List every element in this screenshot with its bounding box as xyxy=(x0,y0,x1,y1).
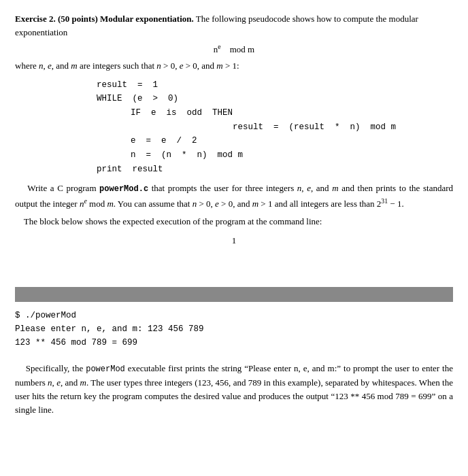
number-one-display: 1 xyxy=(15,235,453,246)
paragraph-1: Write a C program powerMod.c that prompt… xyxy=(15,182,453,211)
pseudo-line-6: n = (n * n) mod m xyxy=(110,148,453,163)
terminal-line-2: Please enter n, e, and m: 123 456 789 xyxy=(15,322,453,336)
terminal-line-3: 123 ** 456 mod 789 = 699 xyxy=(15,336,453,350)
exercise-title: Modular exponentiation. xyxy=(100,14,194,24)
exercise-header: Exercise 2. (50 points) Modular exponent… xyxy=(15,12,453,39)
dark-separator-bar xyxy=(15,287,453,302)
terminal-line-1: $ ./powerMod xyxy=(15,309,453,322)
pseudo-line-3: IF e is odd THEN xyxy=(110,106,453,120)
pseudo-line-5: e = e / 2 xyxy=(110,134,453,148)
terminal-section: $ ./powerMod Please enter n, e, and m: 1… xyxy=(15,302,453,356)
pseudo-line-4: result = (result * n) mod m xyxy=(151,120,453,135)
paragraph-2: The block below shows the expected execu… xyxy=(15,215,453,228)
formula-display: ne mod m xyxy=(15,43,453,55)
pseudo-line-2: WHILE (e > 0) xyxy=(97,92,453,106)
exercise-points: (50 points) xyxy=(58,14,98,24)
formula-mod: mod m xyxy=(230,44,254,54)
where-line: where n, e, and m are integers such that… xyxy=(15,59,453,73)
page-container: Exercise 2. (50 points) Modular exponent… xyxy=(0,0,468,429)
pseudo-line-1: result = 1 xyxy=(97,78,453,92)
pseudo-line-7: print result xyxy=(97,163,453,177)
bottom-paragraph: Specifically, the powerMod executable fi… xyxy=(15,362,453,417)
exercise-number: Exercise 2. xyxy=(15,14,56,24)
pseudocode-block: result = 1 WHILE (e > 0) IF e is odd THE… xyxy=(97,78,453,176)
formula-exp: e xyxy=(218,43,220,50)
